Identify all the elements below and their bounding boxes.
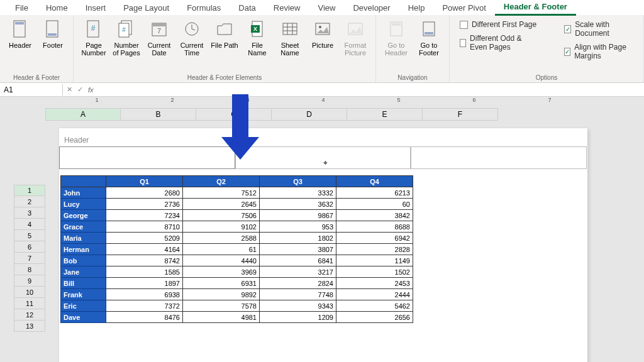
column-header[interactable]: B (121, 108, 196, 121)
value-cell[interactable]: 3332 (260, 187, 336, 199)
name-box[interactable]: A1 (0, 84, 63, 96)
value-cell[interactable]: 60 (336, 199, 413, 210)
ribbon-tab-page-layout[interactable]: Page Layout (114, 1, 178, 15)
value-cell[interactable]: 2736 (106, 199, 183, 210)
value-cell[interactable]: 1802 (260, 233, 336, 244)
name-cell[interactable]: Eric (61, 300, 106, 312)
value-cell[interactable]: 1209 (260, 312, 336, 323)
name-cell[interactable]: Dave (61, 312, 106, 323)
value-cell[interactable]: 9343 (260, 300, 336, 312)
value-cell[interactable]: 6213 (336, 187, 413, 199)
row-header[interactable]: 3 (14, 207, 45, 219)
value-cell[interactable]: 6938 (106, 289, 183, 300)
value-cell[interactable]: 9892 (183, 289, 260, 300)
ribbon-tab-power-pivot[interactable]: Power Pivot (433, 1, 494, 15)
ribbon-tab-file[interactable]: File (6, 1, 37, 15)
value-cell[interactable]: 2645 (183, 199, 260, 210)
value-cell[interactable]: 4164 (106, 244, 183, 255)
row-header[interactable]: 9 (14, 275, 45, 287)
cancel-icon[interactable]: ✕ (67, 85, 72, 94)
picture-button[interactable]: Picture (308, 18, 338, 68)
value-cell[interactable]: 7506 (183, 210, 260, 221)
name-cell[interactable]: George (61, 210, 106, 221)
value-cell[interactable]: 9867 (260, 210, 336, 221)
column-header[interactable]: E (347, 108, 423, 121)
value-cell[interactable]: 8688 (336, 221, 413, 233)
row-header[interactable]: 8 (14, 264, 45, 275)
header-left-input[interactable] (59, 146, 235, 169)
ribbon-tab-developer[interactable]: Developer (344, 1, 399, 15)
row-header[interactable]: 11 (14, 298, 45, 309)
name-cell[interactable]: Grace (61, 221, 106, 233)
page-number-button[interactable]: #Page Number (79, 18, 109, 68)
table-header[interactable]: Q4 (336, 176, 413, 187)
value-cell[interactable]: 7234 (106, 210, 183, 221)
value-cell[interactable]: 4981 (183, 312, 260, 323)
value-cell[interactable]: 2588 (183, 233, 260, 244)
value-cell[interactable]: 8476 (106, 312, 183, 323)
value-cell[interactable]: 1149 (336, 255, 413, 266)
current-time-button[interactable]: Current Time (177, 18, 207, 68)
value-cell[interactable]: 7748 (260, 289, 336, 300)
value-cell[interactable]: 2680 (106, 187, 183, 199)
value-cell[interactable]: 8710 (106, 221, 183, 233)
align-checkbox[interactable]: ✓Align with Page Margins (564, 43, 633, 60)
fx-icon[interactable]: fx (88, 86, 94, 94)
row-header[interactable]: 5 (14, 230, 45, 241)
value-cell[interactable]: 2656 (336, 312, 413, 323)
value-cell[interactable]: 8742 (106, 255, 183, 266)
table-header[interactable]: Q3 (260, 176, 336, 187)
value-cell[interactable]: 3217 (260, 266, 336, 278)
value-cell[interactable]: 6942 (336, 233, 413, 244)
header-button[interactable]: Header (5, 18, 35, 68)
value-cell[interactable]: 2444 (336, 289, 413, 300)
value-cell[interactable]: 3807 (260, 244, 336, 255)
name-cell[interactable]: Lucy (61, 199, 106, 210)
ribbon-tab-home[interactable]: Home (37, 1, 77, 15)
value-cell[interactable]: 5209 (106, 233, 183, 244)
value-cell[interactable]: 2828 (336, 244, 413, 255)
value-cell[interactable]: 6931 (183, 278, 260, 289)
row-header[interactable]: 13 (14, 321, 45, 332)
header-right-input[interactable] (411, 146, 587, 169)
ribbon-tab-insert[interactable]: Insert (77, 1, 115, 15)
value-cell[interactable]: 3632 (260, 199, 336, 210)
row-header[interactable]: 7 (14, 253, 45, 264)
ribbon-tab-header-footer[interactable]: Header & Footer (495, 0, 576, 16)
diff-first-page-checkbox[interactable]: Different First Page (460, 20, 539, 29)
value-cell[interactable]: 3969 (183, 266, 260, 278)
row-header[interactable]: 12 (14, 309, 45, 321)
file-path-button[interactable]: File Path (209, 18, 240, 68)
sheet-name-button[interactable]: Sheet Name (275, 18, 305, 68)
name-cell[interactable]: Jane (61, 266, 106, 278)
value-cell[interactable]: 2824 (260, 278, 336, 289)
table-header[interactable]: Q2 (183, 176, 260, 187)
row-header[interactable]: 1 (14, 185, 45, 196)
enter-icon[interactable]: ✓ (77, 85, 83, 94)
value-cell[interactable]: 1585 (106, 266, 183, 278)
value-cell[interactable]: 953 (260, 221, 336, 233)
value-cell[interactable]: 6841 (260, 255, 336, 266)
column-header[interactable]: C (196, 108, 272, 121)
row-header[interactable]: 2 (14, 196, 45, 207)
value-cell[interactable]: 5462 (336, 300, 413, 312)
name-cell[interactable]: Bill (61, 278, 106, 289)
value-cell[interactable]: 3842 (336, 210, 413, 221)
num-pages-button[interactable]: #Number of Pages (111, 18, 142, 68)
value-cell[interactable]: 1502 (336, 266, 413, 278)
table-header[interactable] (61, 176, 106, 187)
name-cell[interactable]: Frank (61, 289, 106, 300)
ribbon-tab-formulas[interactable]: Formulas (178, 1, 230, 15)
goto-footer-button[interactable]: Go to Footer (414, 18, 444, 68)
ribbon-tab-view[interactable]: View (309, 1, 344, 15)
value-cell[interactable]: 4440 (183, 255, 260, 266)
row-header[interactable]: 6 (14, 241, 45, 253)
ribbon-tab-review[interactable]: Review (265, 1, 309, 15)
current-date-button[interactable]: 7Current Date (144, 18, 174, 68)
name-cell[interactable]: Bob (61, 255, 106, 266)
ribbon-tab-help[interactable]: Help (399, 1, 434, 15)
file-name-button[interactable]: XFile Name (242, 18, 272, 68)
footer-button[interactable]: Footer (38, 18, 68, 68)
name-cell[interactable]: Maria (61, 233, 106, 244)
value-cell[interactable]: 1897 (106, 278, 183, 289)
